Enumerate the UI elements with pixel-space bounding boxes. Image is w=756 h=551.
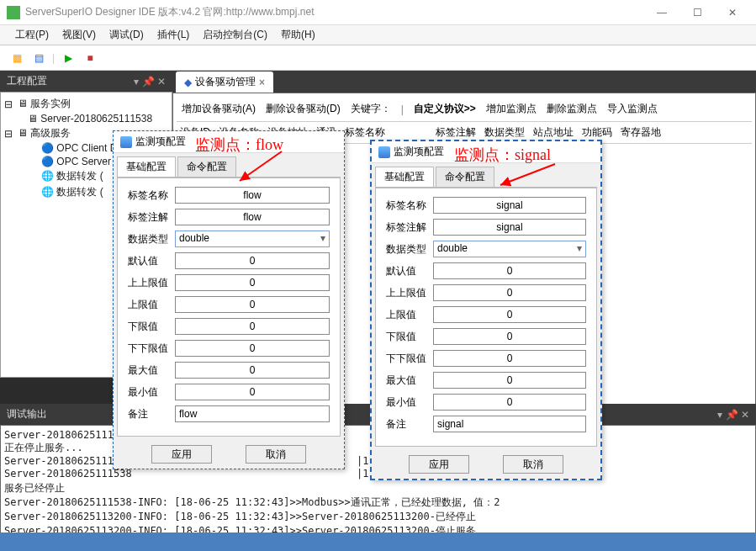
- tree-advanced[interactable]: 高级服务: [30, 127, 71, 139]
- tree-forward-2[interactable]: 数据转发 (: [56, 186, 103, 198]
- toolbar-run-icon[interactable]: ▶: [60, 50, 77, 66]
- dialog-icon: [378, 146, 390, 158]
- close-button[interactable]: ✕: [716, 3, 749, 23]
- lbl-datatype: 数据类型: [128, 232, 175, 246]
- annotation-signal: 监测点：signal: [454, 145, 551, 165]
- btn-cancel[interactable]: 取消: [246, 445, 306, 464]
- menu-debug[interactable]: 调试(D): [103, 28, 151, 42]
- toolbar: ▦ ▤ | ▶ ■: [0, 45, 756, 71]
- tree-root[interactable]: 服务实例: [30, 98, 71, 109]
- lbl-hh: 上上限值: [128, 276, 175, 290]
- input-h[interactable]: [433, 306, 586, 323]
- lbl-max: 最大值: [386, 374, 433, 388]
- toolbar-stop-icon[interactable]: ■: [82, 50, 98, 66]
- input-tagcomment[interactable]: [433, 219, 586, 236]
- btn-import-monitor[interactable]: 导入监测点: [605, 100, 659, 118]
- dialog-icon: [120, 136, 132, 148]
- lbl-tagcomment: 标签注解: [128, 210, 175, 225]
- lbl-default: 默认值: [386, 264, 433, 278]
- input-l[interactable]: [175, 318, 330, 335]
- menu-view[interactable]: 视图(V): [56, 28, 103, 42]
- menu-console[interactable]: 启动控制台(C): [196, 28, 274, 42]
- input-ll[interactable]: [175, 340, 330, 357]
- col-tagcomment[interactable]: 标签注解: [436, 125, 476, 140]
- lbl-remark: 备注: [386, 417, 433, 432]
- select-datatype[interactable]: double: [433, 241, 586, 257]
- col-tagname[interactable]: 标签名称: [345, 125, 385, 140]
- col-siteaddr[interactable]: 站点地址: [533, 125, 574, 140]
- lbl-min: 最小值: [128, 385, 175, 400]
- input-l[interactable]: [433, 328, 586, 345]
- minimize-button[interactable]: —: [645, 3, 679, 23]
- tree-forward-1[interactable]: 数据转发 (: [56, 170, 103, 182]
- monitor-config-dialog-signal[interactable]: 监测项配置 基础配置 命令配置 标签名称 标签注解 数据类型double 默认值…: [370, 140, 602, 480]
- app-icon: [7, 6, 20, 19]
- input-tagcomment[interactable]: [175, 209, 330, 225]
- tab-device-driver[interactable]: ◆ 设备驱动管理 ×: [176, 72, 273, 93]
- lbl-l: 下限值: [386, 330, 433, 344]
- annotation-flow: 监测点：flow: [195, 135, 283, 155]
- tree-server[interactable]: Server-20180625111538: [40, 113, 152, 125]
- menu-help[interactable]: 帮助(H): [274, 28, 322, 42]
- input-default[interactable]: [433, 262, 586, 279]
- dialog-title: 监测项配置: [135, 135, 186, 149]
- tab-basic[interactable]: 基础配置: [117, 156, 176, 177]
- btn-custom-protocol[interactable]: 自定义协议>>: [412, 100, 478, 118]
- titlebar: ServerSuperIO Designer IDE 版本:v4.2 官网:ht…: [0, 0, 756, 25]
- btn-cancel[interactable]: 取消: [503, 455, 563, 474]
- input-tagname[interactable]: [175, 187, 330, 204]
- col-reg[interactable]: 寄存器地: [621, 125, 661, 140]
- input-min[interactable]: [175, 384, 330, 400]
- status-bar: [0, 532, 756, 551]
- tab-basic[interactable]: 基础配置: [375, 167, 434, 187]
- menu-project[interactable]: 工程(P): [8, 28, 56, 42]
- input-tagname[interactable]: [433, 197, 586, 214]
- lbl-tagcomment: 标签注解: [386, 220, 433, 235]
- input-hh[interactable]: [433, 284, 586, 301]
- lbl-default: 默认值: [128, 254, 175, 268]
- lbl-l: 下限值: [128, 320, 175, 334]
- tab-command[interactable]: 命令配置: [177, 156, 236, 177]
- input-remark[interactable]: [175, 405, 330, 422]
- window-title: ServerSuperIO Designer IDE 版本:v4.2 官网:ht…: [25, 5, 645, 19]
- input-max[interactable]: [175, 362, 330, 379]
- btn-del-driver[interactable]: 删除设备驱动(D): [264, 100, 342, 118]
- btn-apply[interactable]: 应用: [151, 445, 212, 464]
- input-hh[interactable]: [175, 274, 330, 291]
- btn-apply[interactable]: 应用: [409, 455, 469, 474]
- lbl-datatype: 数据类型: [386, 242, 433, 257]
- input-min[interactable]: [433, 394, 586, 411]
- menubar: 工程(P) 视图(V) 调试(D) 插件(L) 启动控制台(C) 帮助(H): [0, 25, 756, 45]
- toolbar-new-icon[interactable]: ▦: [8, 50, 25, 66]
- tree-opc-client[interactable]: OPC Client D: [56, 142, 117, 154]
- input-default[interactable]: [175, 252, 330, 269]
- project-panel-title: 工程配置: [7, 74, 47, 88]
- input-remark[interactable]: [433, 416, 586, 432]
- tree-opc-server[interactable]: OPC Server D: [56, 156, 121, 167]
- project-panel-header: 工程配置 ▾ 📌 ✕: [0, 71, 172, 92]
- document-tabs: ◆ 设备驱动管理 ×: [172, 71, 756, 93]
- select-datatype[interactable]: double: [175, 230, 330, 247]
- panel-controls[interactable]: ▾ 📌 ✕: [717, 409, 749, 421]
- lbl-h: 上限值: [128, 298, 175, 312]
- btn-del-monitor[interactable]: 删除监测点: [545, 100, 599, 118]
- tab-label: 设备驱动管理: [195, 75, 256, 89]
- tab-command[interactable]: 命令配置: [436, 167, 494, 187]
- monitor-config-dialog-flow[interactable]: 监测项配置 基础配置 命令配置 标签名称 标签注解 数据类型double 默认值…: [113, 130, 345, 469]
- input-max[interactable]: [433, 372, 586, 389]
- maximize-button[interactable]: ☐: [680, 3, 714, 23]
- lbl-hh: 上上限值: [386, 286, 433, 300]
- col-func[interactable]: 功能码: [582, 125, 612, 140]
- lbl-remark: 备注: [128, 407, 175, 421]
- btn-add-monitor[interactable]: 增加监测点: [484, 100, 538, 118]
- dialog-title: 监测项配置: [394, 145, 444, 159]
- input-h[interactable]: [175, 296, 330, 313]
- toolbar-open-icon[interactable]: ▤: [30, 50, 47, 66]
- btn-add-driver[interactable]: 增加设备驱动(A): [180, 100, 257, 118]
- lbl-ll: 下下限值: [128, 342, 175, 356]
- col-datatype[interactable]: 数据类型: [484, 125, 525, 140]
- input-ll[interactable]: [433, 350, 586, 367]
- menu-plugin[interactable]: 插件(L): [151, 28, 197, 42]
- panel-controls[interactable]: ▾ 📌 ✕: [134, 76, 166, 87]
- tab-close-icon[interactable]: ×: [259, 77, 265, 88]
